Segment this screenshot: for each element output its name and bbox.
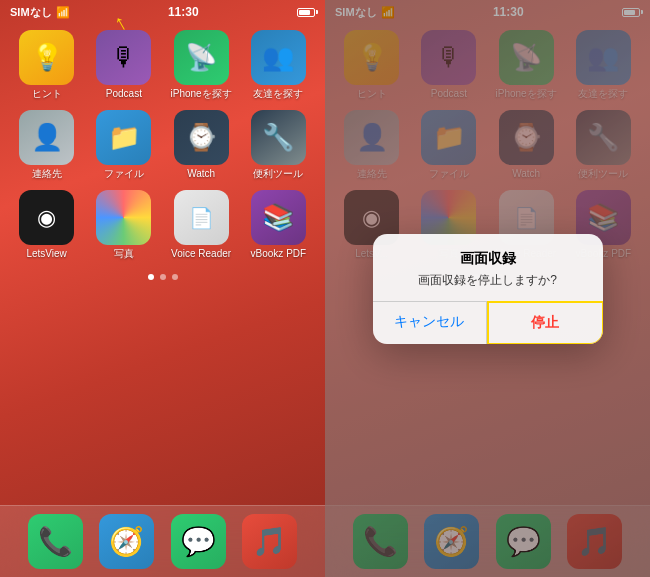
- left-tools-label: 便利ツール: [253, 168, 303, 180]
- left-findfriend-label: 友達を探す: [253, 88, 303, 100]
- dialog-box: 画面収録 画面収録を停止しますか? キャンセル 停止: [373, 234, 603, 344]
- left-letsview-icon: ◉: [19, 190, 74, 245]
- left-hint-icon: 💡: [19, 30, 74, 85]
- left-app-files[interactable]: 📁 ファイル: [89, 110, 158, 180]
- left-letsview-label: LetsView: [26, 248, 66, 260]
- left-status-left: SIMなし 📶: [10, 5, 70, 20]
- left-app-contacts[interactable]: 👤 連絡先: [12, 110, 81, 180]
- dialog-title: 画面収録: [389, 250, 587, 268]
- left-contacts-icon: 👤: [19, 110, 74, 165]
- left-dock-messages[interactable]: 💬: [171, 514, 226, 569]
- left-wifi-icon: 📶: [56, 6, 70, 19]
- left-voicereader-icon: 📄: [174, 190, 229, 245]
- left-vbookz-icon: 📚: [251, 190, 306, 245]
- left-tools-icon: 🔧: [251, 110, 306, 165]
- left-app-findfriend[interactable]: 👥 友達を探す: [244, 30, 313, 100]
- left-dot-3: [172, 274, 178, 280]
- dialog-message: 画面収録を停止しますか?: [389, 272, 587, 289]
- left-files-label: ファイル: [104, 168, 144, 180]
- left-apps-grid: 💡 ヒント 🎙 Podcast 📡 iPhoneを探す 👥 友達を探す 👤 連絡…: [0, 22, 325, 268]
- left-dock-phone[interactable]: 📞: [28, 514, 83, 569]
- left-photos-icon: [96, 190, 151, 245]
- left-app-letsview[interactable]: ◉ LetsView: [12, 190, 81, 260]
- left-app-hint[interactable]: 💡 ヒント: [12, 30, 81, 100]
- right-phone-screen: SIMなし 📶 11:30 💡 ヒント 🎙 Podcast 📡 iPhoneを探…: [325, 0, 650, 577]
- left-app-voicereader[interactable]: 📄 Voice Reader: [167, 190, 236, 260]
- left-battery-fill: [299, 10, 310, 15]
- left-dot-1: [148, 274, 154, 280]
- left-photos-label: 写真: [114, 248, 134, 260]
- left-watch-label: Watch: [187, 168, 215, 180]
- left-hint-label: ヒント: [32, 88, 62, 100]
- dialog-cancel-button[interactable]: キャンセル: [373, 302, 487, 344]
- left-files-icon: 📁: [96, 110, 151, 165]
- dialog-overlay: 画面収録 画面収録を停止しますか? キャンセル 停止: [325, 0, 650, 577]
- left-app-photos[interactable]: 写真: [89, 190, 158, 260]
- dialog-content: 画面収録 画面収録を停止しますか?: [373, 234, 603, 301]
- left-app-tools[interactable]: 🔧 便利ツール: [244, 110, 313, 180]
- left-app-podcast[interactable]: 🎙 Podcast: [89, 30, 158, 100]
- left-phone-screen: ↑ SIMなし 📶 11:30 💡 ヒント 🎙 Podcast 📡 iPhone…: [0, 0, 325, 577]
- left-dock: 📞 🧭 💬 🎵: [0, 505, 325, 577]
- left-dock-safari[interactable]: 🧭: [99, 514, 154, 569]
- left-podcast-icon: 🎙: [96, 30, 151, 85]
- left-contacts-label: 連絡先: [32, 168, 62, 180]
- left-page-dots: [0, 268, 325, 286]
- left-app-findphone[interactable]: 📡 iPhoneを探す: [167, 30, 236, 100]
- left-watch-icon: ⌚: [174, 110, 229, 165]
- left-findfriend-icon: 👥: [251, 30, 306, 85]
- left-carrier: SIMなし: [10, 5, 52, 20]
- left-dock-music[interactable]: 🎵: [242, 514, 297, 569]
- left-status-bar: SIMなし 📶 11:30: [0, 0, 325, 22]
- dialog-buttons: キャンセル 停止: [373, 301, 603, 344]
- left-findphone-label: iPhoneを探す: [171, 88, 232, 100]
- dialog-stop-button[interactable]: 停止: [487, 301, 603, 344]
- left-app-vbookz[interactable]: 📚 vBookz PDF: [244, 190, 313, 260]
- left-vbookz-label: vBookz PDF: [251, 248, 307, 260]
- left-time: 11:30: [168, 5, 199, 19]
- left-dot-2: [160, 274, 166, 280]
- left-status-right: [297, 8, 315, 17]
- left-findphone-icon: 📡: [174, 30, 229, 85]
- left-voicereader-label: Voice Reader: [171, 248, 231, 260]
- left-app-watch[interactable]: ⌚ Watch: [167, 110, 236, 180]
- left-podcast-label: Podcast: [106, 88, 142, 100]
- left-battery-icon: [297, 8, 315, 17]
